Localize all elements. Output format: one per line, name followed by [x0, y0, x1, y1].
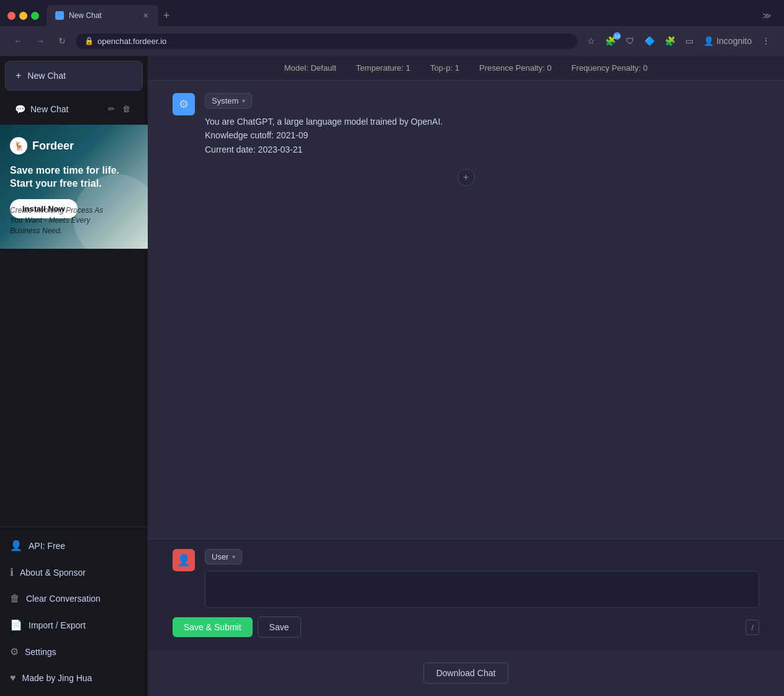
system-message-text: You are ChatGPT, a large language model …: [205, 115, 759, 156]
ad-subtext: Create Invoicing Process As You Want - M…: [10, 205, 110, 236]
user-text-input: User ▾: [205, 549, 759, 610]
sidebar-item-import-label: Import / Export: [29, 620, 86, 630]
save-button[interactable]: Save: [258, 617, 301, 638]
traffic-lights: [7, 12, 39, 20]
sidebar-item-clear-label: Clear Conversation: [26, 594, 101, 604]
ad-banner: 🦌 Fordeer Save more time for life. Start…: [0, 125, 148, 249]
edit-chat-button[interactable]: ✏: [106, 103, 117, 115]
tab-title: New Chat: [69, 11, 136, 20]
system-message-content: System ▾ You are ChatGPT, a large langua…: [205, 93, 759, 156]
add-message-button[interactable]: +: [457, 169, 475, 186]
address-text: openchat.fordeer.io: [97, 37, 166, 46]
star-button[interactable]: ☆: [583, 33, 599, 48]
user-dropdown-arrow: ▾: [232, 553, 235, 560]
tab-favicon: [55, 11, 64, 20]
model-param: Model: Default: [284, 63, 336, 73]
temperature-param: Temperature: 1: [356, 63, 410, 73]
incognito-button[interactable]: 👤 Incognito: [700, 33, 755, 48]
system-dropdown-arrow: ▾: [242, 97, 245, 104]
ad-logo-text: Fordeer: [32, 140, 74, 153]
sidebar-item-api[interactable]: 👤 API: Free: [0, 532, 148, 559]
new-chat-label: New Chat: [27, 71, 65, 81]
download-chat-button[interactable]: Download Chat: [423, 663, 509, 684]
info-icon: ℹ: [10, 566, 14, 578]
traffic-light-yellow[interactable]: [19, 12, 27, 20]
frequency-param: Frequency Penalty: 0: [571, 63, 647, 73]
sidebar-toggle-button[interactable]: ▭: [682, 33, 697, 48]
download-area: Download Chat: [148, 650, 784, 696]
traffic-light-red[interactable]: [7, 12, 16, 20]
system-message-block: ⚙ System ▾ You are ChatGPT, a large lang…: [173, 93, 759, 156]
tab-more-button[interactable]: ≫: [757, 11, 777, 20]
chat-icon: 💬: [15, 104, 25, 114]
api-icon: 👤: [10, 540, 22, 551]
slash-button[interactable]: /: [746, 620, 759, 635]
address-input[interactable]: 🔒 openchat.fordeer.io: [76, 33, 577, 49]
ad-logo: 🦌 Fordeer: [10, 137, 138, 154]
refresh-button[interactable]: ↻: [55, 33, 70, 48]
sidebar-bottom: 👤 API: Free ℹ About & Sponsor 🗑 Clear Co…: [0, 527, 148, 696]
system-role-dropdown[interactable]: System ▾: [205, 93, 252, 109]
browser-chrome: New Chat ✕ + ≫ ← → ↻ 🔒 openchat.fordeer.…: [0, 0, 784, 56]
header-bar: Model: Default Temperature: 1 Top-p: 1 P…: [148, 56, 784, 81]
plus-icon: +: [16, 70, 21, 81]
user-actions: Save & Submit Save /: [173, 617, 759, 638]
sidebar-item-settings-label: Settings: [25, 647, 56, 657]
sidebar-item-settings[interactable]: ⚙ Settings: [0, 638, 148, 665]
sidebar-item-clear[interactable]: 🗑 Clear Conversation: [0, 586, 148, 612]
chat-area: ⚙ System ▾ You are ChatGPT, a large lang…: [148, 81, 784, 538]
sidebar-item-about-label: About & Sponsor: [20, 568, 86, 578]
user-role-dropdown[interactable]: User ▾: [205, 549, 242, 564]
toolbar-icons: ☆ 🧩 10 🛡 🔷 🧩 ▭ 👤 Incognito ⋮: [583, 33, 774, 48]
new-tab-button[interactable]: +: [158, 9, 175, 22]
user-role-label: User: [212, 552, 228, 561]
ad-logo-icon: 🦌: [10, 137, 27, 154]
file-icon: 📄: [10, 619, 22, 631]
more-button[interactable]: ⋮: [758, 33, 774, 48]
main-content: Model: Default Temperature: 1 Top-p: 1 P…: [148, 56, 784, 696]
topp-param: Top-p: 1: [430, 63, 459, 73]
extension-badge-button[interactable]: 🧩 10: [602, 33, 620, 48]
heart-icon: ♥: [10, 672, 16, 684]
address-bar: ← → ↻ 🔒 openchat.fordeer.io ☆ 🧩 10 🛡 🔷 🧩…: [0, 26, 784, 56]
presence-param: Presence Penalty: 0: [479, 63, 551, 73]
sidebar-item-credits[interactable]: ♥ Made by Jing Hua: [0, 665, 148, 691]
browser-tab[interactable]: New Chat ✕: [47, 5, 158, 26]
save-submit-button[interactable]: Save & Submit: [173, 617, 253, 637]
sidebar: + New Chat 💬 New Chat ✏ 🗑 🦌 Fordeer Save…: [0, 56, 148, 696]
add-message-divider: +: [173, 169, 759, 186]
chat-item-actions: ✏ 🗑: [106, 103, 133, 115]
user-avatar: 👤: [173, 549, 195, 571]
sidebar-item-about[interactable]: ℹ About & Sponsor: [0, 559, 148, 586]
lock-icon: 🔒: [84, 37, 94, 45]
new-chat-button[interactable]: + New Chat: [5, 61, 143, 91]
tab-close-button[interactable]: ✕: [141, 11, 150, 20]
traffic-light-green[interactable]: [31, 12, 39, 20]
user-message-textarea[interactable]: [205, 571, 759, 608]
browser-extension-button[interactable]: 🔷: [641, 33, 659, 48]
chat-item-label: New Chat: [30, 104, 101, 114]
user-input-area: 👤 User ▾ Save & Submit Save /: [148, 538, 784, 650]
trash-icon: 🗑: [10, 593, 20, 604]
sidebar-item-import[interactable]: 📄 Import / Export: [0, 612, 148, 638]
sidebar-item-credits-label: Made by Jing Hua: [22, 673, 92, 683]
puzzle-button[interactable]: 🧩: [661, 33, 679, 48]
user-message-block: 👤 User ▾: [173, 549, 759, 610]
system-avatar: ⚙: [173, 93, 195, 115]
forward-button[interactable]: →: [32, 33, 48, 48]
gear-icon: ⚙: [10, 646, 19, 658]
tab-bar: New Chat ✕ + ≫: [0, 0, 784, 26]
incognito-icon: 👤: [703, 36, 714, 46]
sidebar-item-api-label: API: Free: [29, 541, 65, 551]
system-role-label: System: [212, 96, 238, 105]
chat-list-item[interactable]: 💬 New Chat ✏ 🗑: [5, 97, 143, 121]
delete-chat-button[interactable]: 🗑: [120, 103, 133, 115]
app-layout: + New Chat 💬 New Chat ✏ 🗑 🦌 Fordeer Save…: [0, 56, 784, 696]
back-button[interactable]: ←: [10, 33, 26, 48]
badge: 10: [613, 32, 621, 40]
shield-button[interactable]: 🛡: [622, 33, 638, 48]
